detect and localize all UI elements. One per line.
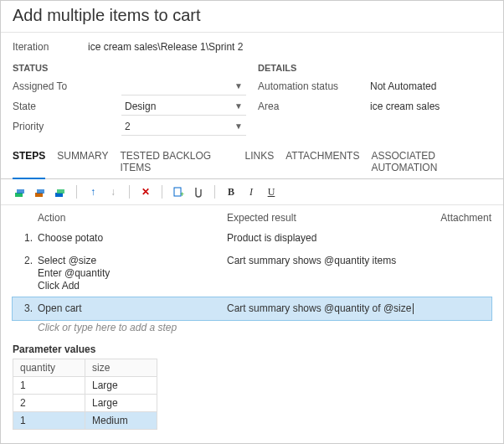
step-expected[interactable]: Product is displayed xyxy=(227,232,431,244)
chevron-down-icon: ▼ xyxy=(234,81,243,90)
assigned-to-label: Assigned To xyxy=(13,80,121,92)
state-dropdown[interactable]: Design ▼ xyxy=(121,97,246,116)
priority-label: Priority xyxy=(13,121,121,132)
svg-rect-3 xyxy=(37,189,44,194)
insert-shared-icon[interactable] xyxy=(33,184,48,199)
step-row[interactable]: 1.Choose potatoProduct is displayed xyxy=(13,227,491,250)
state-value: Design xyxy=(125,101,156,112)
tabs: STEPSSUMMARYTESTED BACKLOG ITEMSLINKSATT… xyxy=(1,142,503,179)
manage-steps-icon[interactable] xyxy=(53,184,68,199)
col-action: Action xyxy=(38,212,227,224)
page-title: Add multiple items to cart xyxy=(1,1,503,33)
tab-associated-automation[interactable]: ASSOCIATED AUTOMATION xyxy=(371,147,491,178)
toolbar-sep xyxy=(162,185,162,199)
col-expected: Expected result xyxy=(227,212,431,224)
toolbar-sep xyxy=(214,185,215,199)
param-row[interactable]: 1Medium xyxy=(13,412,157,430)
param-cell[interactable]: Large xyxy=(85,377,157,395)
details-section: DETAILS Automation status Not Automated … xyxy=(258,58,491,137)
param-col-quantity[interactable]: quantity xyxy=(13,359,85,377)
insert-step-icon[interactable] xyxy=(13,184,28,199)
assigned-to-dropdown[interactable]: ▼ xyxy=(121,77,246,96)
steps-grid: Action Expected result Attachment 1.Choo… xyxy=(1,205,503,342)
step-expected[interactable]: Cart summary shows @quantity items xyxy=(227,255,431,266)
svg-text:+: + xyxy=(180,190,184,198)
steps-body: 1.Choose potatoProduct is displayed2.Sel… xyxy=(13,227,491,320)
automation-status-value: Not Automated xyxy=(370,80,436,92)
attach-icon[interactable] xyxy=(191,184,206,199)
move-up-icon[interactable]: ↑ xyxy=(85,184,100,199)
state-label: State xyxy=(13,101,121,112)
automation-status-value-wrap[interactable]: Not Automated xyxy=(367,77,491,96)
area-label: Area xyxy=(258,101,367,112)
move-down-icon[interactable]: ↓ xyxy=(105,184,121,199)
param-cell[interactable]: Large xyxy=(85,395,157,412)
chevron-down-icon: ▼ xyxy=(234,121,243,131)
iteration-label: Iteration xyxy=(13,41,88,53)
italic-icon[interactable]: I xyxy=(244,184,259,199)
add-param-icon[interactable]: + xyxy=(171,184,186,199)
status-heading: STATUS xyxy=(13,58,246,76)
param-cell[interactable]: 2 xyxy=(13,395,85,412)
svg-rect-5 xyxy=(57,189,64,194)
priority-value: 2 xyxy=(125,121,131,132)
step-row[interactable]: 3.Open cartCart summary shows @quantity … xyxy=(13,297,491,320)
param-row[interactable]: 1Large xyxy=(13,377,157,395)
col-attachment: Attachment xyxy=(431,212,491,224)
parameter-values-title: Parameter values xyxy=(13,343,491,359)
svg-rect-1 xyxy=(17,189,24,194)
details-heading: DETAILS xyxy=(258,58,491,76)
step-action[interactable]: Choose potato xyxy=(38,232,227,245)
toolbar-sep xyxy=(129,185,130,199)
add-step-placeholder[interactable]: Click or type here to add a step xyxy=(13,320,491,340)
param-col-size[interactable]: size xyxy=(85,359,157,377)
priority-dropdown[interactable]: 2 ▼ xyxy=(121,117,246,136)
delete-icon[interactable]: ✕ xyxy=(138,184,153,199)
param-row[interactable]: 2Large xyxy=(13,395,157,412)
iteration-value[interactable]: ice cream sales\Release 1\Sprint 2 xyxy=(88,41,491,53)
step-num: 2. xyxy=(13,255,38,266)
tab-steps[interactable]: STEPS xyxy=(13,147,45,179)
status-section: STATUS Assigned To ▼ State Design ▼ Prio… xyxy=(13,58,246,137)
area-value-wrap[interactable]: ice cream sales xyxy=(367,97,491,116)
step-expected[interactable]: Cart summary shows @quantity of @size xyxy=(227,302,431,314)
parameter-table[interactable]: quantitysize 1Large2Large1Medium xyxy=(13,359,157,430)
underline-icon[interactable]: U xyxy=(264,184,279,199)
param-cell[interactable]: 1 xyxy=(13,412,85,430)
step-num: 3. xyxy=(13,302,38,314)
tab-summary[interactable]: SUMMARY xyxy=(57,147,108,178)
step-num: 1. xyxy=(13,232,38,244)
param-cell[interactable]: 1 xyxy=(13,377,85,395)
tab-links[interactable]: LINKS xyxy=(245,147,275,178)
bold-icon[interactable]: B xyxy=(224,184,239,199)
step-action[interactable]: Select @sizeEnter @quantityClick Add xyxy=(38,255,227,292)
param-cell[interactable]: Medium xyxy=(85,412,157,430)
tab-tested-backlog-items[interactable]: TESTED BACKLOG ITEMS xyxy=(120,147,233,178)
step-row[interactable]: 2.Select @sizeEnter @quantityClick AddCa… xyxy=(13,250,491,297)
step-action[interactable]: Open cart xyxy=(38,302,227,315)
toolbar-sep xyxy=(76,185,77,199)
automation-status-label: Automation status xyxy=(258,80,367,92)
chevron-down-icon: ▼ xyxy=(234,101,243,111)
steps-toolbar: ↑ ↓ ✕ + B I U xyxy=(1,179,503,205)
area-value: ice cream sales xyxy=(370,101,440,112)
parameter-values: Parameter values quantitysize 1Large2Lar… xyxy=(1,342,503,438)
tab-attachments[interactable]: ATTACHMENTS xyxy=(285,147,359,178)
